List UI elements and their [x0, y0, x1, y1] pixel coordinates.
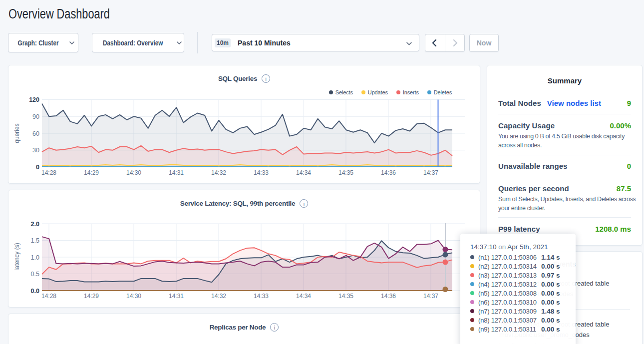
svg-text:2.0: 2.0	[31, 221, 39, 228]
svg-text:14:31: 14:31	[169, 169, 184, 176]
svg-text:120: 120	[29, 96, 39, 103]
svg-text:14:35: 14:35	[338, 293, 353, 300]
svg-text:0.0: 0.0	[31, 288, 39, 295]
svg-text:14:34: 14:34	[296, 169, 311, 176]
svg-text:0.5: 0.5	[31, 271, 39, 278]
svg-text:14:28: 14:28	[41, 293, 56, 300]
svg-text:0: 0	[36, 164, 39, 171]
svg-text:14:33: 14:33	[254, 293, 269, 300]
svg-text:14:33: 14:33	[254, 169, 269, 176]
svg-text:latency (s): latency (s)	[13, 243, 20, 270]
svg-text:1.5: 1.5	[31, 237, 39, 244]
svg-text:90: 90	[32, 113, 39, 120]
svg-text:14:37: 14:37	[423, 169, 438, 176]
svg-text:14:32: 14:32	[211, 293, 226, 300]
svg-text:14:29: 14:29	[84, 169, 99, 176]
svg-text:14:35: 14:35	[338, 169, 353, 176]
svg-text:30: 30	[32, 147, 39, 154]
svg-text:1.0: 1.0	[31, 254, 39, 261]
svg-text:14:36: 14:36	[381, 169, 396, 176]
svg-text:14:31: 14:31	[169, 293, 184, 300]
svg-text:14:28: 14:28	[41, 169, 56, 176]
svg-text:queries: queries	[13, 123, 20, 143]
svg-text:14:29: 14:29	[84, 293, 99, 300]
svg-text:14:34: 14:34	[296, 293, 311, 300]
svg-text:14:36: 14:36	[381, 293, 396, 300]
svg-text:14:30: 14:30	[126, 169, 141, 176]
svg-text:14:30: 14:30	[126, 293, 141, 300]
svg-text:14:37: 14:37	[423, 293, 438, 300]
svg-text:60: 60	[32, 130, 39, 137]
svg-text:14:32: 14:32	[211, 169, 226, 176]
